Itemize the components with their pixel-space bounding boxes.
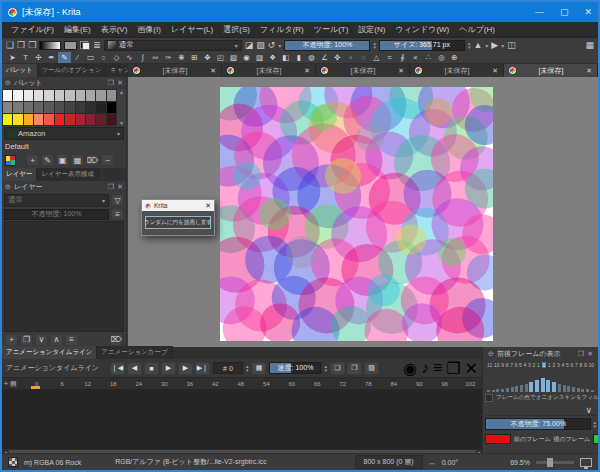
onion-opacity-bar[interactable] bbox=[546, 380, 550, 392]
polygon-tool-icon[interactable]: ◇ bbox=[110, 52, 123, 63]
edit-shapes-tool-icon[interactable]: ✣ bbox=[32, 52, 45, 63]
onion-opacity-bar[interactable] bbox=[552, 382, 556, 392]
stop-icon[interactable]: ■ bbox=[144, 362, 159, 375]
float-docker-icon[interactable]: ❐ bbox=[108, 183, 114, 191]
brush-editor-icon[interactable]: ≣ bbox=[93, 39, 101, 51]
onion-frame-number[interactable]: 8 bbox=[506, 362, 509, 368]
collapse-icon[interactable]: ⊖ bbox=[488, 350, 494, 358]
close-tab-icon[interactable]: ✕ bbox=[210, 67, 216, 75]
onion-frame-number[interactable]: 8 bbox=[579, 362, 582, 368]
onion-frame-number[interactable]: 4 bbox=[561, 362, 564, 368]
onion-frame-number[interactable]: 9 bbox=[501, 362, 504, 368]
layer-list[interactable] bbox=[4, 221, 124, 332]
audio-mute-icon[interactable]: ♪ bbox=[421, 359, 429, 378]
close-tab-icon[interactable]: ✕ bbox=[492, 67, 498, 75]
onion-frame-number[interactable]: 10 bbox=[494, 362, 500, 368]
color-swatch[interactable] bbox=[65, 102, 74, 113]
dialog-close-icon[interactable]: ✕ bbox=[205, 202, 211, 210]
onion-frame-number[interactable]: 11 bbox=[487, 362, 492, 368]
filter-checkbox[interactable] bbox=[485, 394, 493, 402]
color-swatch[interactable] bbox=[86, 102, 95, 113]
scroll-down-icon[interactable]: ▼ bbox=[119, 120, 124, 126]
color-swatch[interactable] bbox=[44, 90, 53, 101]
onion-frame-number[interactable]: 5 bbox=[566, 362, 569, 368]
color-swatch[interactable] bbox=[86, 90, 95, 101]
collapse-icon[interactable]: ⊖ bbox=[5, 79, 11, 87]
polyline-tool-icon[interactable]: ∿ bbox=[123, 52, 136, 63]
chevron-down-icon[interactable]: ∨ bbox=[585, 405, 592, 415]
new-empty-frame-icon[interactable]: ❏ bbox=[330, 362, 345, 375]
onion-frame-number[interactable]: 3 bbox=[557, 362, 560, 368]
onion-frame-number[interactable]: 7 bbox=[575, 362, 578, 368]
freehand-select-tool-icon[interactable]: ≈ bbox=[383, 52, 396, 63]
layer-blend-combo[interactable]: 通常 ▾ bbox=[4, 194, 109, 207]
color-swatch[interactable] bbox=[55, 102, 64, 113]
menu-item[interactable]: ウィンドウ(W) bbox=[390, 24, 454, 35]
color-swatch[interactable] bbox=[96, 90, 105, 101]
brush-preset-combo[interactable]: 通常 ▾ bbox=[104, 40, 242, 51]
color-swatch[interactable] bbox=[107, 114, 116, 125]
magnetic-select-tool-icon[interactable]: ∝ bbox=[409, 52, 422, 63]
float-docker-icon[interactable]: ❐ bbox=[578, 350, 584, 358]
color-swatch[interactable] bbox=[44, 102, 53, 113]
dock-tab[interactable]: アニメーションタイムライン bbox=[2, 346, 97, 359]
crop-tool-icon[interactable]: ◰ bbox=[214, 52, 227, 63]
maximize-button[interactable]: ▢ bbox=[560, 7, 569, 17]
grid-view-icon[interactable]: ▦ bbox=[71, 154, 84, 166]
new-document-icon[interactable]: ❏ bbox=[6, 39, 14, 51]
add-swatch-icon[interactable]: + bbox=[26, 154, 39, 166]
eraser-mode-icon[interactable]: ◪ bbox=[245, 39, 254, 51]
monitor-icon[interactable] bbox=[580, 458, 592, 467]
onion-opacity-bar[interactable] bbox=[529, 382, 533, 392]
onion-opacity-bars[interactable] bbox=[485, 370, 596, 392]
measure-tool-icon[interactable]: ∠ bbox=[318, 52, 331, 63]
enclose-fill-tool-icon[interactable]: ◍ bbox=[305, 52, 318, 63]
color-swatch[interactable] bbox=[107, 102, 116, 113]
color-swatch[interactable] bbox=[96, 102, 105, 113]
reload-preset-icon[interactable]: ↺ bbox=[268, 39, 276, 51]
palette-grid-icon[interactable] bbox=[5, 155, 16, 166]
onion-opacity-bar[interactable] bbox=[563, 385, 566, 392]
mirror-vertical-icon[interactable]: ▶ bbox=[491, 39, 498, 51]
onion-frame-number[interactable]: 10 bbox=[588, 362, 594, 368]
document-tab[interactable]: [未保存]✕ bbox=[410, 64, 504, 77]
color-swatch[interactable] bbox=[107, 90, 116, 101]
close-tab-icon[interactable]: ✕ bbox=[586, 67, 592, 75]
play-icon[interactable]: ▶ bbox=[161, 362, 176, 375]
line-tool-icon[interactable]: ∕ bbox=[71, 52, 84, 63]
dialog-title-bar[interactable]: Krita ✕ bbox=[142, 200, 214, 211]
color-swatch[interactable] bbox=[55, 90, 64, 101]
color-swatch[interactable] bbox=[76, 114, 85, 125]
onion-opacity-slider[interactable]: 不透明度: 75.00% bbox=[485, 418, 591, 430]
skip-to-end-icon[interactable]: ▶❘ bbox=[195, 362, 210, 375]
color-swatch[interactable] bbox=[86, 114, 95, 125]
onion-frame-number[interactable]: 6 bbox=[515, 362, 518, 368]
colorize-mask-tool-icon[interactable]: ◧ bbox=[279, 52, 292, 63]
onion-frame-number[interactable]: 1 bbox=[537, 362, 540, 368]
layer-opacity-slider[interactable]: 不透明度: 100% bbox=[4, 209, 109, 220]
next-frame-color[interactable] bbox=[593, 434, 600, 444]
skip-to-start-icon[interactable]: ❘◀ bbox=[110, 362, 125, 375]
onion-opacity-bar[interactable] bbox=[558, 384, 561, 392]
close-docker-icon[interactable]: ✕ bbox=[117, 183, 123, 191]
float-docker-icon[interactable]: ❐ bbox=[446, 359, 460, 378]
pan-tool-icon[interactable]: ⊕ bbox=[448, 52, 461, 63]
close-docker-icon[interactable]: ✕ bbox=[117, 79, 123, 87]
gradient-tool-icon[interactable]: ▧ bbox=[227, 52, 240, 63]
ellipse-select-tool-icon[interactable]: ◌ bbox=[357, 52, 370, 63]
speed-spinner[interactable]: ▴▾ bbox=[324, 364, 327, 372]
fill-tool-icon[interactable]: ▮ bbox=[292, 52, 305, 63]
close-docker-icon[interactable]: ✕ bbox=[587, 350, 593, 358]
color-swatch[interactable] bbox=[24, 102, 33, 113]
pattern-chooser[interactable] bbox=[64, 41, 77, 50]
menu-item[interactable]: レイヤー(L) bbox=[166, 24, 218, 35]
ellipse-tool-icon[interactable]: ○ bbox=[97, 52, 110, 63]
dock-tab[interactable]: アニメーションカーブ bbox=[97, 346, 172, 359]
rectangle-tool-icon[interactable]: ▭ bbox=[84, 52, 97, 63]
move-tool-icon[interactable]: ✥ bbox=[201, 52, 214, 63]
add-keyframe-icon[interactable]: + bbox=[4, 380, 8, 388]
onion-frame-number[interactable]: 1 bbox=[548, 362, 551, 368]
color-swatch[interactable] bbox=[65, 90, 74, 101]
add-layer-icon[interactable]: + bbox=[5, 334, 18, 346]
timeline-ruler[interactable]: + ▤ 06121824303642485460667278849096102 bbox=[2, 377, 482, 389]
